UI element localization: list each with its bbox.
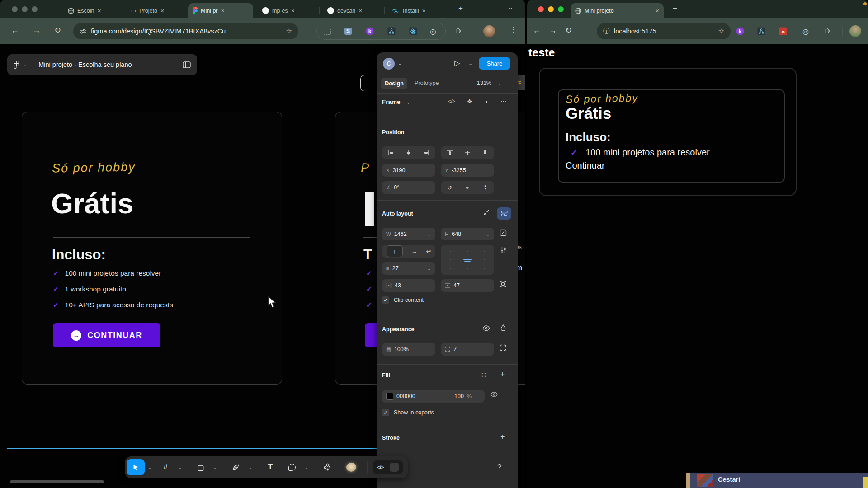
- align-bottom-icon[interactable]: [482, 150, 488, 156]
- close-icon[interactable]: ×: [221, 7, 225, 14]
- comment-tool-chevron-icon[interactable]: ⌄: [305, 465, 308, 470]
- component-icon[interactable]: ❖: [467, 99, 472, 104]
- new-tab-button[interactable]: +: [673, 4, 677, 13]
- align-center-vertical-icon[interactable]: [464, 150, 471, 156]
- auto-layout-active-toggle[interactable]: [497, 207, 511, 220]
- width-field[interactable]: W 1462 ⌄: [382, 228, 435, 240]
- collaborator-avatar[interactable]: C: [383, 58, 395, 70]
- tab-installi[interactable]: Installi ×: [388, 3, 447, 18]
- fill-color-field[interactable]: 000000: [382, 390, 450, 403]
- tab-devcan[interactable]: devcan ×: [323, 3, 381, 18]
- dev-code-icon[interactable]: </>: [448, 99, 455, 104]
- mask-icon[interactable]: ◑: [484, 99, 488, 104]
- opacity-field[interactable]: ▦ 100%: [382, 343, 435, 356]
- frame-type-label[interactable]: Frame: [382, 99, 401, 105]
- direction-down-icon[interactable]: ↓: [387, 245, 403, 257]
- tab-design[interactable]: Design: [381, 78, 407, 89]
- rotate-icon[interactable]: ↺: [447, 184, 452, 191]
- tab-escolha[interactable]: Escolh ×: [63, 3, 120, 18]
- show-in-exports-checkbox[interactable]: ✓: [382, 409, 389, 416]
- react-extension-icon[interactable]: [410, 28, 417, 35]
- close-icon[interactable]: ×: [359, 7, 362, 14]
- x-position-field[interactable]: X 3190: [382, 164, 435, 177]
- frame-tool-icon[interactable]: #: [163, 463, 167, 472]
- tab-search-chevron-icon[interactable]: ⌄: [508, 4, 514, 11]
- clip-content-row[interactable]: ✓ Clip content: [382, 296, 424, 304]
- remove-fill-icon[interactable]: −: [506, 390, 510, 397]
- present-play-icon[interactable]: ▷: [454, 59, 460, 67]
- back-button[interactable]: ←: [11, 26, 19, 34]
- zoom-chevron-icon[interactable]: ⌄: [498, 81, 501, 86]
- pen-tool-icon[interactable]: [232, 464, 240, 471]
- visibility-eye-icon[interactable]: [482, 325, 490, 331]
- wrap-icon[interactable]: ↩: [426, 248, 431, 255]
- tab-mini-projeto-active[interactable]: Mini pr ×: [188, 3, 253, 18]
- close-traffic-light[interactable]: [12, 6, 18, 12]
- profile-avatar[interactable]: [849, 25, 861, 37]
- vertical-padding-field[interactable]: 47: [441, 279, 494, 292]
- h-chevron-icon[interactable]: ⌄: [486, 231, 490, 237]
- present-chevron-icon[interactable]: ⌄: [468, 61, 472, 66]
- avatar-chevron-icon[interactable]: ⌄: [398, 61, 402, 66]
- close-icon[interactable]: ×: [422, 7, 425, 14]
- height-field[interactable]: H 648 ⌄: [441, 228, 494, 240]
- add-fill-icon[interactable]: +: [500, 371, 505, 378]
- horizontal-padding-field[interactable]: 43: [382, 279, 435, 292]
- pricing-card-gratis[interactable]: Só por hobby Grátis Incluso: ✓ 100 mini …: [22, 112, 282, 385]
- tab-mp-es[interactable]: mp-es ×: [258, 3, 315, 18]
- close-icon[interactable]: ×: [160, 7, 164, 14]
- fill-visibility-eye-icon[interactable]: [491, 392, 498, 397]
- aspect-ratio-lock-icon[interactable]: [500, 229, 507, 236]
- reload-button[interactable]: ↻: [54, 26, 61, 34]
- horizontal-scrollbar[interactable]: [10, 480, 104, 483]
- alignment-grid[interactable]: [441, 245, 494, 275]
- bookmark-star-icon[interactable]: ☆: [718, 27, 724, 35]
- new-tab-button[interactable]: +: [458, 4, 463, 13]
- individual-padding-icon[interactable]: [500, 281, 506, 287]
- url-text[interactable]: localhost:5175: [614, 28, 656, 35]
- blend-drop-icon[interactable]: [500, 324, 506, 331]
- align-top-icon[interactable]: [447, 150, 453, 156]
- tab-prototype[interactable]: Prototype: [415, 80, 439, 86]
- s-extension-icon[interactable]: S: [344, 28, 352, 35]
- align-left-icon[interactable]: [388, 150, 394, 156]
- y-position-field[interactable]: Y -3255: [441, 164, 494, 177]
- shape-tool-chevron-icon[interactable]: ⌄: [213, 465, 217, 470]
- extensions-puzzle-icon[interactable]: [824, 28, 831, 35]
- close-traffic-light[interactable]: [538, 6, 544, 12]
- tab-projeto[interactable]: ‹ › Projeto ×: [127, 3, 184, 18]
- extensions-puzzle-icon[interactable]: [455, 28, 462, 35]
- file-menu-chevron-icon[interactable]: ⌄: [23, 62, 27, 68]
- minimize-traffic-light[interactable]: [548, 6, 554, 12]
- profile-avatar[interactable]: [483, 25, 495, 37]
- collapse-arrows-icon[interactable]: [483, 210, 489, 216]
- tab-mini-projeto-preview[interactable]: Mini projeto ×: [571, 3, 664, 18]
- info-icon[interactable]: ⓘ: [603, 27, 609, 35]
- zoom-level[interactable]: 131%: [477, 80, 491, 86]
- toggle-sidebar-icon[interactable]: [183, 61, 191, 68]
- align-center-horizontal-icon[interactable]: [406, 150, 412, 156]
- red-extension-icon[interactable]: ∗: [779, 28, 787, 35]
- dev-mode-toggle[interactable]: </>: [373, 460, 403, 474]
- flip-vertical-icon[interactable]: ◂▸: [483, 185, 487, 190]
- close-icon[interactable]: ×: [98, 7, 101, 14]
- pen-tool-chevron-icon[interactable]: ⌄: [249, 465, 252, 470]
- address-bar[interactable]: figma.com/design/IQSBVZtVIM71BtXA8vszCu.…: [73, 23, 298, 39]
- reload-button[interactable]: ↻: [565, 26, 572, 34]
- shape-tool-icon[interactable]: ▢: [197, 463, 204, 472]
- align-right-icon[interactable]: [423, 150, 429, 156]
- browser-menu-kebab-icon[interactable]: ⋮: [510, 26, 517, 33]
- move-tool-active[interactable]: [127, 459, 145, 475]
- back-button[interactable]: ←: [533, 26, 541, 34]
- help-button[interactable]: ?: [497, 463, 501, 472]
- more-options-icon[interactable]: ⋯: [500, 99, 506, 104]
- figma-canvas[interactable]: ⌄ Mini projeto - Escolha seu plano Só po…: [0, 44, 525, 488]
- zoom-traffic-light[interactable]: [32, 6, 38, 12]
- w-chevron-icon[interactable]: ⌄: [427, 231, 431, 237]
- bookmark-star-icon[interactable]: ☆: [286, 27, 292, 35]
- flip-horizontal-icon[interactable]: ◂▸: [465, 185, 470, 190]
- add-stroke-icon[interactable]: +: [500, 433, 505, 441]
- screenshot-extension-icon[interactable]: [324, 28, 331, 35]
- show-in-exports-row[interactable]: ✓ Show in exports: [382, 409, 434, 416]
- alignment-settings-icon[interactable]: [500, 247, 506, 253]
